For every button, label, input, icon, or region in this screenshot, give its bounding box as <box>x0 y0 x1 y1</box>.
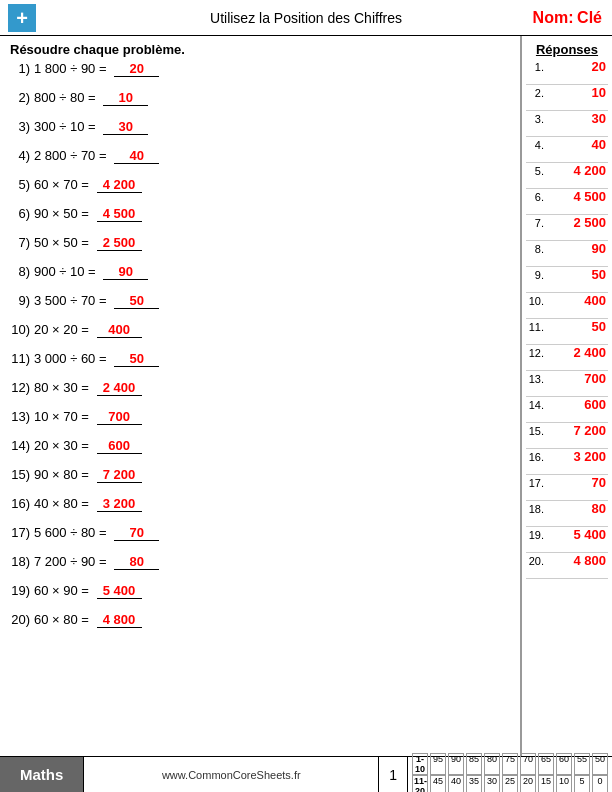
problem-num: 4) <box>10 148 34 163</box>
answer-blank: 600 <box>97 438 142 454</box>
score-cell: 11-20 <box>412 775 428 793</box>
score-cell: 75 <box>502 753 518 775</box>
answer-blank: 4 500 <box>97 206 142 222</box>
problem-text: 90 × 80 = 7 200 <box>34 467 142 483</box>
problem-num: 3) <box>10 119 34 134</box>
answer-blank: 40 <box>114 148 159 164</box>
answer-row: 18. 80 <box>526 501 608 527</box>
problem-text: 20 × 30 = 600 <box>34 438 142 454</box>
problem-row: 12) 80 × 30 = 2 400 <box>10 380 510 406</box>
problem-row: 16) 40 × 80 = 3 200 <box>10 496 510 522</box>
score-cell: 15 <box>538 775 554 793</box>
problem-text: 90 × 50 = 4 500 <box>34 206 142 222</box>
problem-num: 15) <box>10 467 34 482</box>
answer-row: 17. 70 <box>526 475 608 501</box>
score-cell: 90 <box>448 753 464 775</box>
logo: + <box>8 4 36 32</box>
problem-num: 20) <box>10 612 34 627</box>
answers-container: 1. 20 2. 10 3. 30 4. 40 5. 4 200 6. 4 50… <box>526 59 608 579</box>
answer-num: 18. <box>528 503 546 515</box>
instruction: Résoudre chaque problème. <box>10 42 510 57</box>
score-cell: 1-10 <box>412 753 428 775</box>
problem-row: 20) 60 × 80 = 4 800 <box>10 612 510 638</box>
score-cell: 40 <box>448 775 464 793</box>
answer-num: 7. <box>528 217 546 229</box>
answer-val: 50 <box>546 267 606 282</box>
footer: Maths www.CommonCoreSheets.fr 1 1-109590… <box>0 756 612 792</box>
answer-num: 9. <box>528 269 546 281</box>
answer-row: 6. 4 500 <box>526 189 608 215</box>
problem-text: 60 × 70 = 4 200 <box>34 177 142 193</box>
answer-num: 19. <box>528 529 546 541</box>
answer-num: 6. <box>528 191 546 203</box>
answer-blank: 5 400 <box>97 583 142 599</box>
problem-num: 13) <box>10 409 34 424</box>
problems-area: Résoudre chaque problème. 1) 1 800 ÷ 90 … <box>0 36 522 756</box>
problem-row: 5) 60 × 70 = 4 200 <box>10 177 510 203</box>
score-cell: 20 <box>520 775 536 793</box>
score-cell: 5 <box>574 775 590 793</box>
problem-row: 9) 3 500 ÷ 70 = 50 <box>10 293 510 319</box>
problem-text: 3 500 ÷ 70 = 50 <box>34 293 159 309</box>
score-cell: 70 <box>520 753 536 775</box>
problem-text: 50 × 50 = 2 500 <box>34 235 142 251</box>
problem-text: 300 ÷ 10 = 30 <box>34 119 148 135</box>
answer-val: 40 <box>546 137 606 152</box>
answer-num: 17. <box>528 477 546 489</box>
problem-row: 18) 7 200 ÷ 90 = 80 <box>10 554 510 580</box>
answer-num: 12. <box>528 347 546 359</box>
problem-num: 11) <box>10 351 34 366</box>
maths-label: Maths <box>0 757 84 792</box>
score-cell: 0 <box>592 775 608 793</box>
problem-row: 14) 20 × 30 = 600 <box>10 438 510 464</box>
problem-text: 80 × 30 = 2 400 <box>34 380 142 396</box>
problem-text: 40 × 80 = 3 200 <box>34 496 142 512</box>
problem-row: 4) 2 800 ÷ 70 = 40 <box>10 148 510 174</box>
answer-val: 4 800 <box>546 553 606 568</box>
problem-row: 6) 90 × 50 = 4 500 <box>10 206 510 232</box>
problem-text: 3 000 ÷ 60 = 50 <box>34 351 159 367</box>
problem-row: 19) 60 × 90 = 5 400 <box>10 583 510 609</box>
score-cell: 60 <box>556 753 572 775</box>
problem-num: 2) <box>10 90 34 105</box>
problem-text: 5 600 ÷ 80 = 70 <box>34 525 159 541</box>
answer-row: 11. 50 <box>526 319 608 345</box>
answer-blank: 20 <box>114 61 159 77</box>
problem-row: 2) 800 ÷ 80 = 10 <box>10 90 510 116</box>
nom-label: Nom: Clé <box>533 9 602 27</box>
answer-blank: 80 <box>114 554 159 570</box>
answer-val: 5 400 <box>546 527 606 542</box>
answer-row: 19. 5 400 <box>526 527 608 553</box>
answer-num: 16. <box>528 451 546 463</box>
answer-row: 5. 4 200 <box>526 163 608 189</box>
score-cell: 50 <box>592 753 608 775</box>
answer-row: 9. 50 <box>526 267 608 293</box>
answers-area: Réponses 1. 20 2. 10 3. 30 4. 40 5. 4 20… <box>522 36 612 756</box>
answer-num: 1. <box>528 61 546 73</box>
answer-row: 8. 90 <box>526 241 608 267</box>
score-cell: 65 <box>538 753 554 775</box>
footer-page: 1 <box>378 757 408 792</box>
problem-text: 1 800 ÷ 90 = 20 <box>34 61 159 77</box>
header: + Utilisez la Position des Chiffres Nom:… <box>0 0 612 36</box>
logo-plus: + <box>16 8 28 28</box>
answer-val: 30 <box>546 111 606 126</box>
score-row-1: 1-1095908580757065605550 <box>412 753 608 775</box>
problem-row: 17) 5 600 ÷ 80 = 70 <box>10 525 510 551</box>
score-cell: 45 <box>430 775 446 793</box>
problem-num: 12) <box>10 380 34 395</box>
problem-num: 8) <box>10 264 34 279</box>
answer-blank: 400 <box>97 322 142 338</box>
score-cell: 85 <box>466 753 482 775</box>
problem-row: 3) 300 ÷ 10 = 30 <box>10 119 510 145</box>
answer-val: 2 400 <box>546 345 606 360</box>
answer-blank: 2 400 <box>97 380 142 396</box>
answer-val: 10 <box>546 85 606 100</box>
score-cell: 55 <box>574 753 590 775</box>
problem-num: 17) <box>10 525 34 540</box>
answer-val: 700 <box>546 371 606 386</box>
problem-num: 19) <box>10 583 34 598</box>
answer-val: 4 200 <box>546 163 606 178</box>
answer-row: 7. 2 500 <box>526 215 608 241</box>
answer-row: 15. 7 200 <box>526 423 608 449</box>
